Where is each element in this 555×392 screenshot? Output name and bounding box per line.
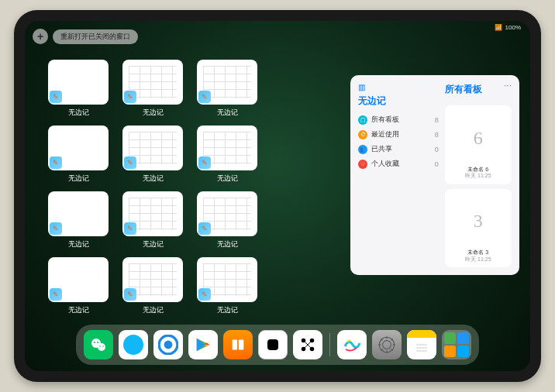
thumbnail-preview bbox=[122, 191, 183, 236]
dock-settings-icon[interactable] bbox=[372, 330, 402, 359]
window-thumbnail[interactable]: 无边记 bbox=[195, 126, 259, 184]
dock bbox=[76, 325, 479, 365]
freeform-app-icon bbox=[124, 91, 136, 103]
window-thumbnail[interactable]: 无边记 bbox=[47, 126, 110, 184]
thumbnail-preview bbox=[197, 257, 257, 302]
board-sketch-icon: 6 bbox=[474, 110, 483, 167]
panel-boards: 所有看板 6未命名 6昨天 11:253未命名 3昨天 11:25 bbox=[445, 83, 512, 267]
sidebar-toggle-icon[interactable]: ▥ bbox=[358, 83, 439, 91]
svg-point-5 bbox=[102, 346, 104, 347]
battery-label: 100% bbox=[505, 24, 521, 31]
thumbnail-preview bbox=[48, 191, 109, 236]
freeform-app-icon bbox=[124, 288, 136, 301]
window-thumbnail[interactable]: 无边记 bbox=[195, 257, 259, 315]
freeform-app-icon bbox=[50, 288, 62, 301]
dock-notes-icon[interactable] bbox=[407, 330, 436, 359]
thumbnail-preview bbox=[197, 126, 257, 170]
thumbnail-label: 无边记 bbox=[217, 108, 238, 118]
sidebar-item-count: 0 bbox=[435, 160, 439, 168]
cyan-icon: ▢ bbox=[358, 115, 367, 125]
sidebar-item-label: 最近使用 bbox=[371, 129, 399, 139]
thumbnail-preview bbox=[48, 126, 109, 170]
thumbnail-label: 无边记 bbox=[143, 239, 164, 249]
sidebar-item[interactable]: ♡个人收藏0 bbox=[358, 156, 439, 171]
freeform-app-icon bbox=[50, 91, 62, 103]
thumbnail-label: 无边记 bbox=[143, 174, 164, 184]
thumbnail-label: 无边记 bbox=[68, 305, 89, 315]
sidebar-item-label: 个人收藏 bbox=[371, 159, 399, 169]
freeform-app-icon bbox=[198, 91, 211, 103]
window-thumbnail[interactable]: 无边记 bbox=[47, 257, 110, 315]
blue-icon: 👥 bbox=[358, 145, 367, 154]
thumbnail-preview bbox=[122, 126, 183, 170]
freeform-app-icon bbox=[124, 222, 136, 235]
dock-play-icon[interactable] bbox=[188, 330, 218, 359]
panel-menu-button[interactable]: ··· bbox=[504, 80, 512, 91]
thumbnail-label: 无边记 bbox=[68, 174, 89, 184]
thumbnail-preview bbox=[122, 257, 183, 302]
wifi-icon: 📶 bbox=[495, 24, 502, 31]
dock-qq-icon[interactable] bbox=[119, 330, 148, 359]
sidebar-item[interactable]: ⏱最近使用8 bbox=[358, 127, 439, 142]
svg-point-2 bbox=[94, 342, 95, 343]
window-thumbnail[interactable]: 无边记 bbox=[121, 126, 184, 184]
freeform-app-icon bbox=[198, 222, 211, 235]
dock-app2-icon[interactable] bbox=[293, 330, 322, 359]
window-thumbnail[interactable]: 无边记 bbox=[195, 191, 259, 249]
panel-right-title: 所有看板 bbox=[445, 83, 512, 96]
dock-separator bbox=[329, 333, 330, 356]
sidebar-item[interactable]: 👥已共享0 bbox=[358, 142, 439, 156]
window-thumbnail[interactable]: 无边记 bbox=[47, 60, 110, 118]
window-thumbnail[interactable]: 无边记 bbox=[121, 191, 184, 249]
top-bar: + 重新打开已关闭的窗口 bbox=[33, 29, 138, 44]
dock-books-icon[interactable] bbox=[223, 330, 253, 359]
sidebar-item-count: 8 bbox=[435, 131, 439, 139]
dock-browser-icon[interactable] bbox=[153, 330, 183, 359]
new-window-button[interactable]: + bbox=[33, 29, 48, 44]
status-bar: 📶 100% bbox=[495, 24, 521, 31]
orange-icon: ⏱ bbox=[358, 130, 367, 139]
window-thumbnail[interactable]: 无边记 bbox=[195, 60, 259, 118]
window-thumbnail[interactable]: 无边记 bbox=[121, 60, 184, 118]
red-icon: ♡ bbox=[358, 160, 367, 169]
thumbnail-label: 无边记 bbox=[217, 174, 238, 184]
svg-rect-8 bbox=[233, 340, 237, 350]
sidebar-item-count: 8 bbox=[435, 116, 439, 124]
sidebar-item-count: 0 bbox=[435, 146, 439, 153]
svg-point-3 bbox=[97, 342, 98, 343]
ipad-frame: 📶 100% + 重新打开已关闭的窗口 无边记无边记无边记无边记无边记无边记无边… bbox=[14, 10, 541, 382]
reopen-closed-window-button[interactable]: 重新打开已关闭的窗口 bbox=[53, 29, 138, 44]
freeform-app-icon bbox=[198, 156, 211, 169]
window-thumbnail[interactable]: 无边记 bbox=[121, 257, 184, 315]
dock-app-folder[interactable] bbox=[442, 330, 471, 359]
svg-point-17 bbox=[383, 341, 391, 349]
sidebar-item-label: 已共享 bbox=[371, 144, 392, 154]
board-meta: 未命名 6昨天 11:25 bbox=[465, 167, 491, 180]
board-card[interactable]: 6未命名 6昨天 11:25 bbox=[445, 105, 512, 184]
board-sketch-icon: 3 bbox=[474, 194, 483, 250]
dock-app1-icon[interactable] bbox=[258, 330, 288, 359]
window-grid: 无边记无边记无边记无边记无边记无边记无边记无边记无边记无边记无边记无边记 bbox=[47, 60, 333, 315]
thumbnail-preview bbox=[122, 60, 183, 105]
freeform-app-icon bbox=[50, 156, 62, 169]
svg-rect-9 bbox=[239, 340, 243, 350]
sidebar-item[interactable]: ▢所有看板8 bbox=[358, 112, 439, 127]
board-meta: 未命名 3昨天 11:25 bbox=[465, 249, 491, 263]
screen: 📶 100% + 重新打开已关闭的窗口 无边记无边记无边记无边记无边记无边记无边… bbox=[25, 21, 530, 371]
dock-freeform-icon[interactable] bbox=[337, 330, 367, 359]
dock-wechat-icon[interactable] bbox=[84, 330, 113, 359]
svg-point-4 bbox=[99, 346, 101, 347]
thumbnail-label: 无边记 bbox=[68, 108, 89, 118]
thumbnail-preview bbox=[48, 60, 109, 105]
window-thumbnail[interactable]: 无边记 bbox=[47, 191, 110, 249]
thumbnail-preview bbox=[48, 257, 109, 302]
freeform-app-icon bbox=[50, 222, 62, 235]
panel-left-title: 无边记 bbox=[358, 95, 439, 108]
thumbnail-label: 无边记 bbox=[217, 305, 238, 315]
thumbnail-preview bbox=[197, 60, 257, 105]
thumbnail-label: 无边记 bbox=[143, 108, 164, 118]
freeform-panel[interactable]: ··· ▥ 无边记 ▢所有看板8⏱最近使用8👥已共享0♡个人收藏0 所有看板 6… bbox=[350, 75, 519, 275]
board-card[interactable]: 3未命名 3昨天 11:25 bbox=[445, 189, 512, 268]
thumbnail-label: 无边记 bbox=[143, 305, 164, 315]
svg-point-7 bbox=[164, 341, 173, 349]
